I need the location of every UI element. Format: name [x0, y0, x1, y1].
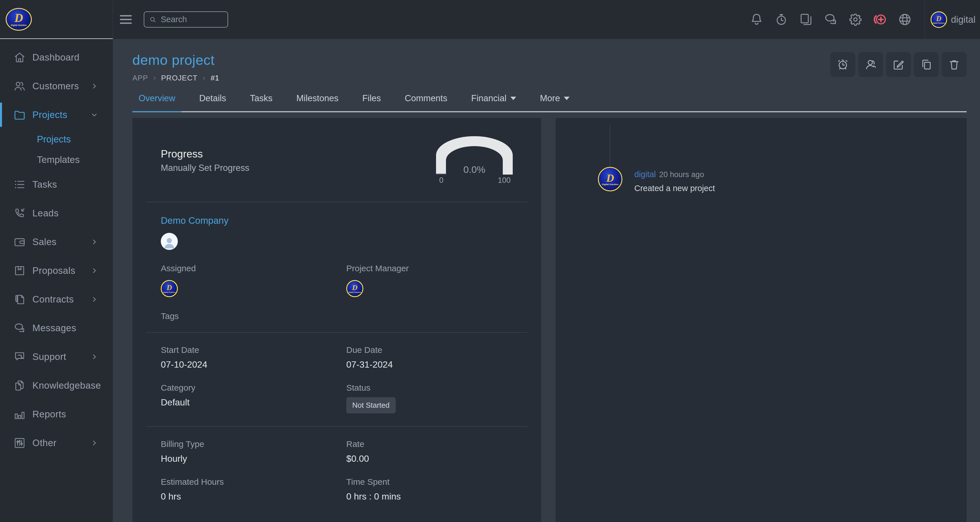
- timeline-head: digital 20 hours ago: [634, 170, 715, 179]
- users-icon: [13, 80, 26, 93]
- sidebar-item-sales[interactable]: Sales: [0, 227, 113, 256]
- sidebar-item-label: Proposals: [32, 265, 75, 276]
- overview-panels: Progress Manually Set Progress 0.0% 0 10…: [132, 118, 967, 508]
- progress-section: Progress Manually Set Progress 0.0% 0 10…: [132, 118, 541, 202]
- sidebar-nav: Dashboard Customers Projects Projects Te…: [0, 39, 113, 457]
- gauge-value: 0.0%: [436, 164, 513, 175]
- project-manager-avatar[interactable]: D Digital Solution: [346, 280, 363, 297]
- chat-bubbles-icon: [823, 12, 838, 27]
- time-spent-label: Time Spent: [346, 477, 513, 487]
- sidebar-item-label: Support: [32, 351, 66, 362]
- people-row: Assigned D Digital Solution Project Mana…: [161, 263, 513, 297]
- trash-icon: [948, 58, 961, 71]
- sidebar-item-other[interactable]: Other: [0, 428, 113, 457]
- topbar: D Digital Solution digital: [113, 0, 980, 39]
- topbar-actions: D Digital Solution digital: [744, 0, 980, 39]
- sidebar-item-messages[interactable]: Messages: [0, 314, 113, 342]
- company-section: Demo Company Assigned D Digital Solution: [132, 202, 541, 332]
- sidebar-subitem-label: Projects: [37, 134, 71, 145]
- breadcrumb-app[interactable]: APP: [132, 73, 148, 83]
- settings-button[interactable]: [848, 12, 863, 27]
- sliders-icon: [13, 436, 26, 450]
- project-manager-label: Project Manager: [346, 263, 513, 273]
- activity-timestamp: 20 hours ago: [659, 170, 704, 179]
- chevron-right-icon: [152, 76, 157, 81]
- sidebar-subitem-projects[interactable]: Projects: [0, 129, 113, 150]
- sidebar-item-tasks[interactable]: Tasks: [0, 170, 113, 199]
- sidebar-item-label: Other: [32, 437, 57, 449]
- sidebar-toggle-button[interactable]: [120, 15, 132, 24]
- category-value: Default: [161, 397, 346, 408]
- page-title-block: demo project APP PROJECT #1: [132, 52, 219, 83]
- edit-project-button[interactable]: [886, 52, 911, 77]
- proposal-icon: [13, 264, 26, 277]
- language-button[interactable]: [897, 12, 912, 27]
- sidebar-item-leads[interactable]: Leads: [0, 199, 113, 227]
- delete-project-button[interactable]: [942, 52, 967, 77]
- sidebar-item-proposals[interactable]: Proposals: [0, 256, 113, 285]
- sidebar-item-customers[interactable]: Customers: [0, 72, 113, 101]
- brand-letter: D: [606, 172, 614, 184]
- breadcrumb: APP PROJECT #1: [132, 73, 219, 83]
- tab-details[interactable]: Details: [193, 93, 232, 111]
- task-list-icon: [13, 178, 26, 191]
- messages-button[interactable]: [823, 12, 838, 27]
- user-menu[interactable]: D Digital Solution digital: [931, 11, 980, 28]
- assigned-avatar[interactable]: D Digital Solution: [161, 280, 178, 297]
- copy-project-button[interactable]: [914, 52, 939, 77]
- tab-files[interactable]: Files: [356, 93, 387, 111]
- project-manager-block: Project Manager D Digital Solution: [346, 263, 513, 297]
- billing-type-label: Billing Type: [161, 439, 346, 449]
- tab-label: Overview: [138, 93, 175, 104]
- brand-logo[interactable]: D Digital Solution: [6, 8, 32, 31]
- avatar: D Digital Solution: [931, 11, 947, 28]
- tab-milestones[interactable]: Milestones: [290, 93, 345, 111]
- tags-label: Tags: [161, 311, 513, 321]
- estimated-hours-label: Estimated Hours: [161, 477, 346, 487]
- sessions-button[interactable]: [799, 12, 813, 27]
- tab-overview[interactable]: Overview: [132, 93, 181, 111]
- sidebar-item-contracts[interactable]: Contracts: [0, 285, 113, 314]
- brand-name: Digital Solution: [602, 184, 619, 186]
- breadcrumb-project[interactable]: PROJECT: [161, 73, 197, 83]
- timeline-body: digital 20 hours ago Created a new proje…: [634, 167, 715, 193]
- sidebar-item-dashboard[interactable]: Dashboard: [0, 43, 113, 72]
- progress-subtitle: Manually Set Progress: [161, 163, 250, 173]
- chevron-right-icon: [91, 439, 98, 447]
- hamburger-icon: [120, 19, 132, 20]
- topbar-separator: [924, 0, 925, 39]
- sidebar-item-reports[interactable]: Reports: [0, 400, 113, 428]
- sidebar-item-label: Tasks: [32, 179, 57, 190]
- assign-members-button[interactable]: [858, 52, 883, 77]
- sidebar-item-projects[interactable]: Projects: [0, 101, 113, 129]
- notifications-button[interactable]: [749, 12, 764, 27]
- sidebar-item-knowledgebase[interactable]: Knowledgebase: [0, 371, 113, 400]
- gauge-max-label: 100: [496, 176, 513, 185]
- person-icon: [162, 235, 177, 250]
- company-link[interactable]: Demo Company: [161, 215, 228, 226]
- company-avatar[interactable]: [161, 233, 178, 250]
- brand-name: Digital Solution: [163, 291, 175, 293]
- sidebar-item-label: Reports: [32, 409, 66, 420]
- tab-comments[interactable]: Comments: [399, 93, 453, 111]
- alarm-clock-icon: [836, 58, 850, 71]
- time-tracking-button[interactable]: [774, 12, 789, 27]
- tab-tasks[interactable]: Tasks: [244, 93, 278, 111]
- tab-label: Financial: [471, 93, 506, 104]
- activity-avatar[interactable]: D Digital Solution: [598, 167, 622, 192]
- main-content: demo project APP PROJECT #1 Overview Det…: [113, 39, 980, 522]
- sidebar-subitem-templates[interactable]: Templates: [0, 150, 113, 170]
- sidebar-item-support[interactable]: Support: [0, 342, 113, 371]
- assigned-block: Assigned D Digital Solution: [161, 263, 346, 297]
- timer-button[interactable]: [830, 52, 855, 77]
- tab-more[interactable]: More: [534, 93, 576, 111]
- documents-icon: [13, 379, 26, 392]
- time-spent-field: Time Spent 0 hrs : 0 mins: [346, 477, 513, 502]
- start-timer-button[interactable]: [873, 12, 888, 27]
- category-label: Category: [161, 383, 346, 393]
- start-date-label: Start Date: [161, 345, 346, 355]
- user-name: digital: [951, 14, 975, 25]
- tab-financial[interactable]: Financial: [465, 93, 522, 111]
- activity-user-link[interactable]: digital: [634, 170, 656, 179]
- search-input[interactable]: [161, 15, 224, 24]
